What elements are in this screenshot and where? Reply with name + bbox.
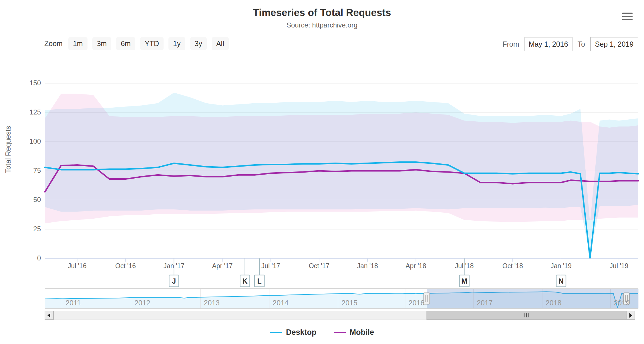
navigator-year-label: 2013 bbox=[204, 299, 220, 307]
zoom-button-3m[interactable]: 3m bbox=[92, 37, 112, 50]
zoom-button-1y[interactable]: 1y bbox=[168, 37, 185, 50]
x-tick-label: Jul '16 bbox=[57, 262, 97, 270]
legend-label: Desktop bbox=[286, 328, 317, 337]
navigator-year-label: 2019 bbox=[614, 299, 630, 307]
chart-title: Timeseries of Total Requests bbox=[0, 7, 644, 18]
from-label: From bbox=[502, 40, 519, 48]
navigator-left-handle[interactable] bbox=[424, 293, 430, 304]
flag-letter: K bbox=[242, 277, 247, 285]
zoom-button-3y[interactable]: 3y bbox=[190, 37, 207, 50]
y-tick-label: 125 bbox=[9, 108, 41, 116]
legend-swatch bbox=[334, 332, 346, 333]
context-menu-icon[interactable] bbox=[622, 13, 633, 22]
y-tick-label: 100 bbox=[9, 137, 41, 145]
date-range-controls: From To bbox=[502, 37, 638, 51]
navigator-year-label: 2018 bbox=[546, 299, 562, 307]
zoom-button-6m[interactable]: 6m bbox=[116, 37, 135, 50]
y-tick-label: 150 bbox=[9, 79, 41, 87]
y-axis-title: Total Requests bbox=[4, 104, 12, 195]
y-tick-label: 0 bbox=[9, 254, 41, 262]
zoom-button-all[interactable]: All bbox=[212, 37, 229, 50]
x-tick-label: Apr '17 bbox=[202, 262, 242, 270]
stock-chart: JKLMN Timeseries of Total Requests Sourc… bbox=[0, 0, 644, 344]
flag-letter: L bbox=[257, 277, 262, 285]
chart-canvas: JKLMN bbox=[0, 0, 644, 344]
zoom-label: Zoom bbox=[44, 39, 63, 48]
zoom-button-ytd[interactable]: YTD bbox=[140, 37, 164, 50]
x-tick-label: Jan '18 bbox=[347, 262, 387, 270]
range-selector: Zoom 1m3m6mYTD1y3yAll bbox=[44, 37, 229, 50]
legend-item-mobile[interactable]: Mobile bbox=[334, 328, 374, 337]
x-tick-label: Apr '18 bbox=[396, 262, 436, 270]
flag-letter: M bbox=[461, 277, 467, 285]
x-tick-label: Oct '18 bbox=[493, 262, 533, 270]
chart-subtitle: Source: httparchive.org bbox=[0, 21, 644, 29]
flag-letter: J bbox=[172, 277, 176, 285]
x-tick-label: Jul '18 bbox=[444, 262, 484, 270]
navigator-selection-mask[interactable] bbox=[427, 289, 638, 309]
to-label: To bbox=[578, 40, 585, 48]
navigator-year-label: 2014 bbox=[273, 299, 289, 307]
navigator-year-label: 2015 bbox=[341, 299, 357, 307]
navigator-year-label: 2016 bbox=[409, 299, 425, 307]
y-tick-label: 75 bbox=[9, 167, 41, 175]
x-tick-label: Jan '19 bbox=[541, 262, 581, 270]
navigator-year-label: 2012 bbox=[134, 299, 150, 307]
legend-label: Mobile bbox=[350, 328, 374, 337]
flag-letter: N bbox=[558, 277, 564, 285]
legend-swatch bbox=[270, 332, 282, 333]
y-tick-label: 25 bbox=[9, 225, 41, 233]
legend-item-desktop[interactable]: Desktop bbox=[270, 328, 317, 337]
x-tick-label: Oct '16 bbox=[106, 262, 146, 270]
to-date-input[interactable] bbox=[590, 37, 638, 51]
navigator-year-label: 2017 bbox=[477, 299, 493, 307]
zoom-button-1m[interactable]: 1m bbox=[68, 37, 88, 50]
legend: DesktopMobile bbox=[0, 328, 644, 337]
x-tick-label: Jul '17 bbox=[251, 262, 291, 270]
from-date-input[interactable] bbox=[524, 37, 573, 51]
x-tick-label: Jan '17 bbox=[154, 262, 194, 270]
navigator-year-label: 2011 bbox=[65, 299, 81, 307]
y-tick-label: 50 bbox=[9, 196, 41, 204]
x-tick-label: Jul '19 bbox=[599, 262, 639, 270]
x-tick-label: Oct '17 bbox=[299, 262, 339, 270]
